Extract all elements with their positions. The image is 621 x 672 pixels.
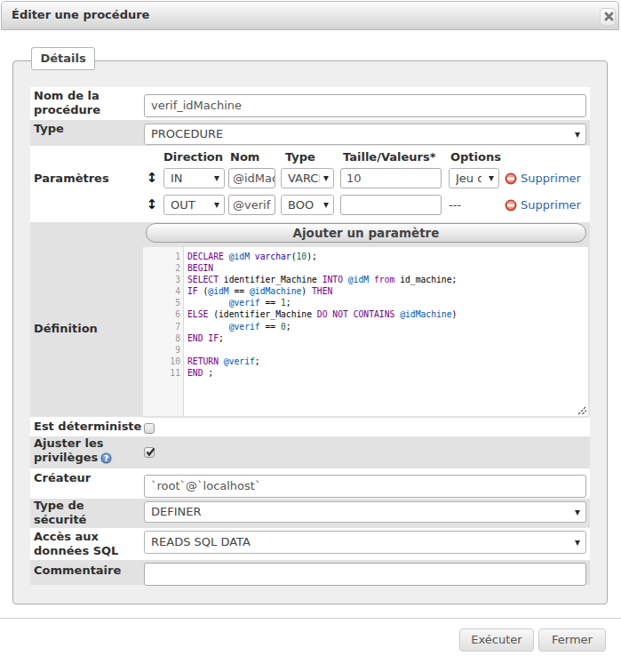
security-type-label: Type de sécurité — [30, 499, 144, 528]
parameters-label: Paramètres — [30, 146, 144, 222]
param-length-input[interactable]: 10 — [340, 168, 442, 188]
type-select[interactable]: PROCEDURE — [144, 124, 586, 145]
code-line: 4IF (@idM == @idMachine) THEN — [143, 285, 588, 297]
header-options: Options — [450, 150, 504, 164]
header-length: Taille/Valeurs* — [343, 150, 450, 164]
close-button[interactable]: Fermer — [538, 628, 606, 652]
row-sql-data-access: Accès aux données SQL READS SQL DATA — [30, 528, 590, 560]
line-number: 8 — [143, 332, 184, 344]
svg-text:?: ? — [104, 454, 108, 463]
chevron-down-icon — [575, 510, 580, 516]
procedure-form-fieldset: Nom de la procédure verif_idMachine Type… — [12, 60, 608, 604]
param-options-select[interactable]: Jeu de caractères — [449, 168, 499, 188]
drag-handle-icon[interactable]: ↕ — [144, 198, 160, 212]
code-line: 10RETURN @verif; — [143, 356, 588, 367]
row-deterministic: Est déterministe — [30, 417, 590, 436]
chevron-down-icon — [323, 176, 329, 181]
line-number: 7 — [143, 321, 184, 332]
code-line: 7 @verif == 0; — [143, 321, 588, 332]
security-type-select[interactable]: DEFINER — [144, 501, 586, 523]
row-creator: Créateur `root`@`localhost` — [30, 468, 590, 499]
param-name-input[interactable]: @verif — [228, 195, 275, 215]
code-line: 3SELECT identifier_Machine INTO @idM fro… — [143, 274, 588, 285]
code-line: 9 — [143, 344, 588, 356]
chevron-down-icon — [214, 176, 219, 181]
deterministic-label: Est déterministe — [30, 417, 144, 436]
row-comment: Commentaire — [30, 560, 590, 585]
code-line: 6ELSE (identifier_Machine DO NOT CONTAIN… — [143, 308, 588, 320]
sql-data-access-select[interactable]: READS SQL DATA — [144, 531, 586, 554]
adjust-privileges-checkbox[interactable] — [144, 447, 155, 458]
drag-handle-icon[interactable]: ↕ — [144, 172, 160, 185]
param-length-input[interactable] — [340, 195, 442, 215]
close-icon — [603, 11, 615, 22]
remove-icon — [505, 199, 517, 212]
header-direction: Direction — [163, 150, 230, 164]
creator-label: Créateur — [30, 468, 144, 499]
line-number: 11 — [143, 367, 184, 379]
parameters-table: Direction Nom Type Taille/Valeurs* Optio… — [144, 146, 590, 215]
code-line: 11END ; — [143, 367, 588, 379]
code-line: 5 @verif == 1; — [143, 297, 588, 308]
checkmark-icon — [145, 446, 156, 458]
param-direction-select[interactable]: OUT — [163, 195, 225, 215]
definition-label: Définition — [30, 222, 144, 417]
chevron-down-icon — [575, 132, 580, 138]
line-number: 5 — [143, 297, 184, 308]
remove-parameter-link[interactable]: Supprimer — [505, 172, 581, 185]
header-type: Type — [285, 150, 343, 164]
line-number: 9 — [143, 344, 184, 356]
line-number: 10 — [143, 356, 184, 367]
line-number: 3 — [143, 274, 184, 285]
definition-code-editor[interactable]: 1DECLARE @idM varchar(10);2BEGIN3SELECT … — [143, 247, 588, 418]
chevron-down-icon — [575, 540, 580, 546]
dialog-title: Éditer une procédure — [12, 8, 149, 21]
param-direction-select[interactable]: IN — [163, 168, 225, 188]
deterministic-checkbox[interactable] — [144, 423, 155, 434]
row-adjust-privileges: Ajuster les privilèges? — [30, 436, 590, 468]
param-options-none: --- — [449, 198, 499, 212]
editor-resize-grip[interactable] — [577, 405, 587, 415]
add-parameter-button[interactable]: Ajouter un paramètre — [146, 223, 586, 243]
code-line: 1DECLARE @idM varchar(10); — [143, 251, 588, 262]
param-type-select[interactable]: VARCHAR — [281, 168, 334, 188]
line-number: 1 — [143, 251, 184, 262]
dialog-titlebar: Éditer une procédure — [1, 1, 619, 30]
line-number: 4 — [143, 285, 184, 297]
tab-details[interactable]: Détails — [31, 47, 95, 70]
row-type: Type PROCEDURE — [30, 120, 590, 146]
dialog-close-button[interactable] — [600, 8, 616, 26]
adjust-privileges-label: Ajuster les privilèges? — [30, 436, 144, 468]
param-type-select[interactable]: BOOLEAN — [281, 195, 334, 215]
code-line: 2BEGIN — [143, 262, 588, 274]
code-line: 8END IF; — [143, 332, 588, 344]
comment-input[interactable] — [144, 563, 586, 586]
dialog-content: Détails Nom de la procédure verif_idMach… — [0, 31, 621, 619]
chevron-down-icon — [323, 203, 329, 208]
dialog-buttonpane: Exécuter Fermer — [0, 618, 621, 672]
remove-parameter-link[interactable]: Supprimer — [505, 198, 581, 212]
edit-procedure-dialog: Éditer une procédure Détails Nom de la p… — [0, 0, 621, 672]
parameter-row: ↕OUT@verifBOOLEAN---Supprimer — [144, 195, 590, 215]
row-definition: Définition Ajouter un paramètre 1DECLARE… — [30, 222, 590, 417]
chevron-down-icon — [489, 176, 494, 181]
row-parameters: Paramètres Direction Nom Type Taille/Val… — [30, 146, 590, 222]
help-icon[interactable]: ? — [100, 452, 113, 465]
execute-button[interactable]: Exécuter — [459, 628, 534, 652]
sql-data-access-label: Accès aux données SQL — [30, 528, 144, 560]
remove-icon — [505, 172, 517, 185]
param-name-input[interactable]: @idMachine — [228, 168, 275, 188]
procedure-form-table: Nom de la procédure verif_idMachine Type… — [30, 87, 590, 585]
comment-label: Commentaire — [30, 560, 144, 585]
line-number: 6 — [143, 308, 184, 320]
creator-input[interactable]: `root`@`localhost` — [144, 475, 586, 498]
parameter-row: ↕IN@idMachineVARCHAR10Jeu de caractèresS… — [144, 168, 590, 188]
parameters-header: Direction Nom Type Taille/Valeurs* Optio… — [144, 146, 590, 164]
procedure-name-input[interactable]: verif_idMachine — [144, 94, 586, 117]
procedure-name-label: Nom de la procédure — [30, 87, 144, 120]
row-procedure-name: Nom de la procédure verif_idMachine — [30, 87, 590, 120]
header-name: Nom — [230, 150, 285, 164]
line-number: 2 — [143, 262, 184, 274]
row-security-type: Type de sécurité DEFINER — [30, 499, 590, 528]
type-label: Type — [30, 120, 144, 146]
